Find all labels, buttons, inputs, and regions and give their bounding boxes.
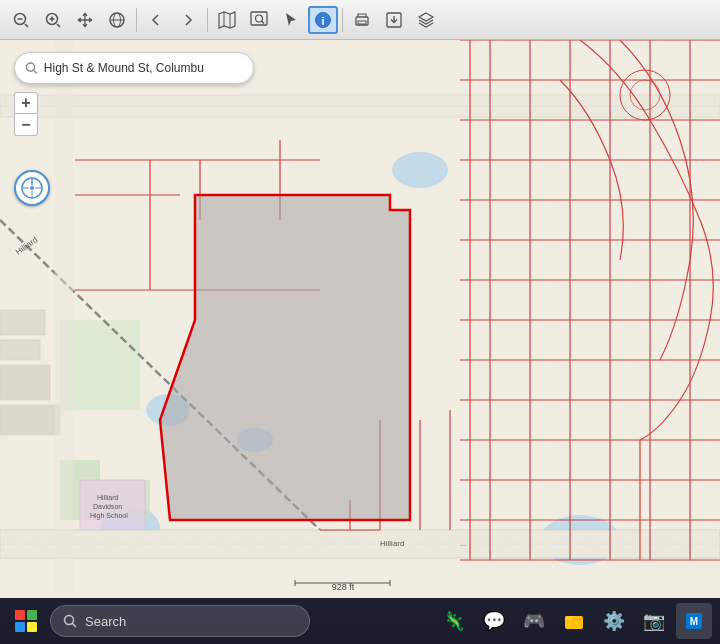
taskbar-chat-icon[interactable]: 💬 [476,603,512,639]
svg-marker-80 [160,195,410,520]
svg-rect-13 [251,12,267,25]
svg-text:M: M [690,616,698,627]
export-button[interactable] [379,6,409,34]
windows-logo [15,610,37,632]
svg-rect-37 [0,340,40,360]
svg-marker-22 [419,13,433,21]
separator-2 [207,8,208,32]
forward-button[interactable] [173,6,203,34]
magnify-button[interactable] [244,6,274,34]
taskbar-folder-icon[interactable] [556,603,592,639]
layers-button[interactable] [411,6,441,34]
svg-rect-38 [0,365,50,400]
taskbar-icons: 🦎 💬 🎮 ⚙️ 📷 M [436,603,712,639]
svg-rect-36 [0,310,45,335]
svg-line-88 [34,70,37,73]
svg-text:Hilliard: Hilliard [380,539,404,548]
svg-point-24 [392,152,448,188]
zoom-out-button[interactable] [6,6,36,34]
svg-text:i: i [321,14,324,26]
map-search-bar[interactable] [14,52,254,84]
svg-line-15 [262,21,265,24]
taskbar-camera-icon[interactable]: 📷 [636,603,672,639]
svg-point-14 [256,15,263,22]
svg-rect-45 [55,40,73,598]
compass-button[interactable] [14,170,50,206]
separator-3 [342,8,343,32]
svg-point-87 [26,63,34,71]
taskbar-gecko-icon[interactable]: 🦎 [436,603,472,639]
svg-text:High School: High School [90,512,128,520]
zoom-in-button[interactable] [38,6,68,34]
taskbar: Search 🦎 💬 🎮 ⚙️ 📷 M [0,598,720,644]
start-button[interactable] [8,603,44,639]
svg-point-95 [65,616,74,625]
taskbar-store-icon[interactable]: M [676,603,712,639]
taskbar-search-bar[interactable]: Search [50,605,310,637]
pan-button[interactable] [70,6,100,34]
svg-text:Hilliard: Hilliard [97,494,119,501]
taskbar-search-icon [63,614,77,628]
taskbar-discord-icon[interactable]: 🎮 [516,603,552,639]
info-button[interactable]: i [308,6,338,34]
zoom-out-map-button[interactable]: − [14,114,38,136]
toolbar: i [0,0,720,40]
map-search-input[interactable] [44,61,243,75]
svg-line-96 [73,624,77,628]
svg-line-6 [57,24,60,27]
back-button[interactable] [141,6,171,34]
zoom-controls: + − [14,92,38,136]
svg-rect-98 [565,616,573,620]
map-svg: Hilliard Davidson High School [0,40,720,598]
svg-rect-19 [358,21,366,24]
map-button[interactable] [212,6,242,34]
svg-text:...: ... [460,540,466,547]
map-search-icon [25,61,38,75]
svg-rect-39 [0,405,60,435]
separator-1 [136,8,137,32]
svg-marker-10 [219,12,235,28]
svg-point-90 [30,186,34,190]
print-button[interactable] [347,6,377,34]
map-container[interactable]: Hilliard Davidson High School [0,40,720,598]
taskbar-search-label: Search [85,614,126,629]
svg-text:Davidson: Davidson [93,503,122,510]
svg-line-2 [25,24,28,27]
globe-button[interactable] [102,6,132,34]
zoom-in-map-button[interactable]: + [14,92,38,114]
select-button[interactable] [276,6,306,34]
taskbar-settings-icon[interactable]: ⚙️ [596,603,632,639]
